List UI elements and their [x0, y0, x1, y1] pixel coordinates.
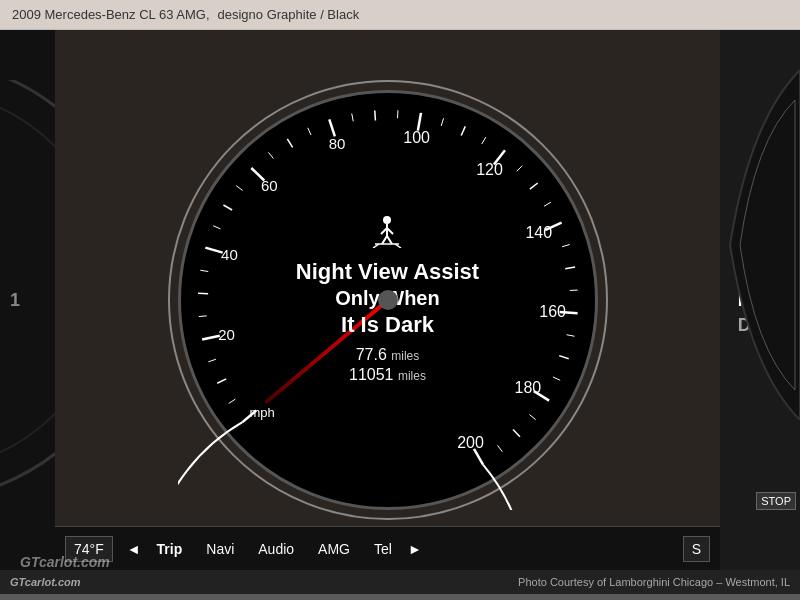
svg-line-34	[529, 183, 537, 189]
svg-line-50	[497, 445, 502, 451]
nav-right-arrow[interactable]: ►	[404, 541, 426, 557]
svg-text:140: 140	[525, 224, 552, 241]
svg-line-19	[287, 139, 292, 147]
svg-line-27	[441, 118, 443, 126]
nav-trip[interactable]: Trip	[145, 541, 195, 557]
header: 2009 Mercedes-Benz CL 63 AMG, designo Gr…	[0, 0, 800, 30]
footer: GTcarlot.com Photo Courtesy of Lamborghi…	[0, 570, 800, 594]
svg-line-45	[552, 377, 559, 380]
header-subtitle: designo Graphite / Black	[218, 7, 360, 22]
left-gauge: 1	[0, 30, 55, 570]
nav-amg[interactable]: AMG	[306, 541, 362, 557]
svg-line-4	[217, 379, 226, 383]
svg-line-10	[200, 270, 208, 271]
svg-text:120: 120	[476, 161, 503, 178]
svg-text:200: 200	[457, 434, 484, 451]
mph-label: mph	[250, 405, 275, 420]
nav-tel[interactable]: Tel	[362, 541, 404, 557]
watermark: GTcarlot.com	[10, 576, 81, 588]
nav-left-arrow[interactable]: ◄	[123, 541, 145, 557]
svg-line-29	[461, 126, 465, 135]
svg-line-14	[223, 205, 232, 210]
svg-line-35	[544, 202, 551, 206]
nav-items: ◄ Trip Navi Audio AMG Tel ►	[123, 541, 683, 557]
svg-point-53	[383, 216, 391, 224]
needle-center	[378, 290, 398, 310]
svg-line-58	[387, 236, 392, 244]
svg-line-12	[213, 226, 220, 229]
credit-text: Photo Courtesy of Lamborghini Chicago – …	[518, 576, 790, 588]
svg-line-30	[481, 137, 485, 144]
nav-audio[interactable]: Audio	[246, 541, 306, 557]
svg-line-26	[417, 113, 420, 131]
svg-text:180: 180	[514, 379, 541, 396]
page-wrapper: 2009 Mercedes-Benz CL 63 AMG, designo Gr…	[0, 0, 800, 600]
s-badge: S	[683, 536, 710, 562]
svg-text:80: 80	[328, 135, 345, 152]
svg-line-22	[351, 113, 353, 121]
svg-text:100: 100	[403, 129, 430, 146]
right-partial-gauge	[720, 70, 800, 420]
svg-line-5	[208, 359, 216, 362]
svg-text:160: 160	[539, 303, 566, 320]
svg-line-42	[566, 335, 574, 337]
svg-text:20: 20	[218, 326, 235, 343]
svg-line-20	[307, 128, 310, 135]
night-view-icon	[296, 216, 479, 255]
night-view-title: Night View Assist	[296, 259, 479, 285]
svg-line-49	[513, 429, 520, 436]
nav-navi[interactable]: Navi	[194, 541, 246, 557]
stop-badge: STOP	[756, 492, 796, 510]
right-panel: R N P ↑ D STOP	[720, 30, 800, 570]
speedometer: 20406080100120140160180200	[178, 90, 598, 510]
svg-line-47	[529, 415, 535, 420]
bottom-bar: 74°F ◄ Trip Navi Audio AMG Tel ► S	[55, 526, 720, 570]
svg-line-39	[565, 267, 575, 269]
svg-line-37	[562, 244, 570, 246]
trip-distance: 77.6 miles	[296, 346, 479, 364]
svg-line-6	[202, 336, 220, 340]
speedometer-container: 20406080100120140160180200	[55, 30, 720, 570]
header-title: 2009 Mercedes-Benz CL 63 AMG,	[12, 7, 210, 22]
svg-line-7	[198, 316, 206, 317]
main-content: 1 20406080100120140160180200	[0, 30, 800, 570]
it-is-dark-text: It Is Dark	[296, 312, 479, 338]
svg-line-3	[228, 399, 235, 403]
svg-text:40: 40	[221, 246, 238, 263]
svg-line-17	[268, 152, 273, 158]
svg-point-1	[0, 90, 55, 470]
svg-line-24	[374, 110, 375, 120]
total-miles: 11051 miles	[296, 366, 479, 384]
left-indicator: 1	[10, 290, 20, 311]
svg-line-15	[236, 186, 242, 191]
svg-text:60: 60	[260, 177, 277, 194]
overlay-watermark: GTcarlot.com	[20, 554, 110, 570]
svg-line-57	[382, 236, 387, 244]
svg-line-32	[516, 166, 522, 172]
svg-line-44	[559, 356, 569, 359]
